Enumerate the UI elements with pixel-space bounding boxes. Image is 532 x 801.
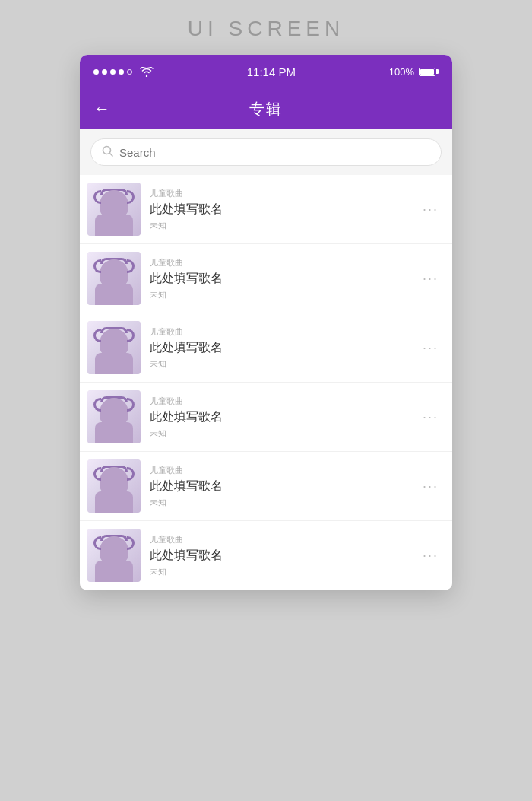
song-thumb-1 <box>87 183 141 236</box>
search-bar-wrap <box>80 129 452 175</box>
song-more-4[interactable]: ··· <box>420 406 442 428</box>
song-item-5: 儿童歌曲 此处填写歌名 未知 ··· <box>80 452 452 521</box>
signal-dots <box>93 67 154 77</box>
dot-3 <box>110 69 116 75</box>
song-thumb-3 <box>87 321 141 374</box>
search-bar <box>90 138 442 166</box>
song-item-6: 儿童歌曲 此处填写歌名 未知 ··· <box>80 521 452 590</box>
dot-4 <box>119 69 124 75</box>
search-input[interactable] <box>119 146 430 159</box>
song-title-3: 此处填写歌名 <box>150 340 410 356</box>
dot-5 <box>127 69 132 75</box>
song-thumb-6 <box>87 529 141 582</box>
song-artist-5: 未知 <box>150 497 410 508</box>
dot-1 <box>93 69 99 75</box>
song-list: 儿童歌曲 此处填写歌名 未知 ··· 儿童歌曲 此处填写歌名 未知 <box>80 175 452 590</box>
search-icon <box>102 145 113 159</box>
svg-line-2 <box>110 154 113 157</box>
song-thumb-5 <box>87 459 141 513</box>
song-thumb-4 <box>87 390 141 443</box>
song-title-2: 此处填写歌名 <box>150 271 410 287</box>
svg-point-0 <box>146 75 147 76</box>
song-info-1: 儿童歌曲 此处填写歌名 未知 <box>150 188 410 231</box>
song-more-1[interactable]: ··· <box>420 199 442 221</box>
song-more-5[interactable]: ··· <box>420 475 442 497</box>
song-item-1: 儿童歌曲 此处填写歌名 未知 ··· <box>80 175 452 244</box>
song-title-5: 此处填写歌名 <box>150 478 410 494</box>
song-artist-4: 未知 <box>150 428 410 439</box>
song-info-3: 儿童歌曲 此处填写歌名 未知 <box>150 326 410 370</box>
status-bar: 11:14 PM 100% <box>80 55 452 88</box>
song-title-1: 此处填写歌名 <box>150 202 410 218</box>
song-category-1: 儿童歌曲 <box>150 188 410 199</box>
song-item-4: 儿童歌曲 此处填写歌名 未知 ··· <box>80 383 452 452</box>
song-info-4: 儿童歌曲 此处填写歌名 未知 <box>150 396 410 439</box>
status-time: 11:14 PM <box>247 65 296 78</box>
song-category-5: 儿童歌曲 <box>150 465 410 476</box>
song-info-5: 儿童歌曲 此处填写歌名 未知 <box>150 465 410 508</box>
dot-2 <box>102 69 107 75</box>
song-artist-1: 未知 <box>150 220 410 231</box>
battery-tip <box>436 69 439 74</box>
song-more-2[interactable]: ··· <box>420 268 442 290</box>
song-item-3: 儿童歌曲 此处填写歌名 未知 ··· <box>80 313 452 383</box>
battery-percent: 100% <box>389 66 414 78</box>
song-category-6: 儿童歌曲 <box>150 534 410 545</box>
header-title: 专辑 <box>249 99 283 119</box>
phone-frame: 11:14 PM 100% ← 专辑 <box>80 55 452 590</box>
song-thumb-2 <box>87 252 141 305</box>
song-title-6: 此处填写歌名 <box>150 548 410 564</box>
battery-fill <box>420 69 434 75</box>
wifi-icon <box>140 67 154 77</box>
song-category-3: 儿童歌曲 <box>150 326 410 338</box>
song-artist-6: 未知 <box>150 566 410 577</box>
song-item-2: 儿童歌曲 此处填写歌名 未知 ··· <box>80 244 452 313</box>
page-title: UI SCREEN <box>0 0 532 55</box>
status-right: 100% <box>389 66 439 78</box>
song-more-3[interactable]: ··· <box>420 337 442 359</box>
app-header: ← 专辑 <box>80 88 452 129</box>
song-artist-2: 未知 <box>150 289 410 300</box>
song-category-2: 儿童歌曲 <box>150 257 410 269</box>
song-info-6: 儿童歌曲 此处填写歌名 未知 <box>150 534 410 577</box>
song-title-4: 此处填写歌名 <box>150 409 410 425</box>
battery-icon <box>419 68 439 76</box>
song-more-6[interactable]: ··· <box>420 545 442 567</box>
song-artist-3: 未知 <box>150 358 410 370</box>
song-category-4: 儿童歌曲 <box>150 396 410 407</box>
song-info-2: 儿童歌曲 此处填写歌名 未知 <box>150 257 410 300</box>
back-button[interactable]: ← <box>93 100 110 117</box>
